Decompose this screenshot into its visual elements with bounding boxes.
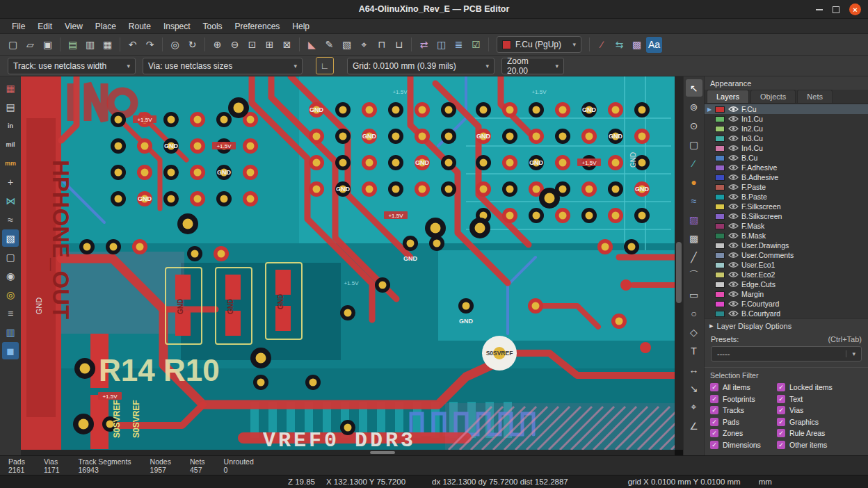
layer-color-swatch[interactable] <box>715 233 725 239</box>
zoom-out-button[interactable]: ⊖ <box>227 37 243 53</box>
layer-color-swatch[interactable] <box>715 311 725 317</box>
layer-row-in1.cu[interactable]: In1.Cu <box>705 114 868 124</box>
minimize-icon[interactable] <box>816 9 823 10</box>
layer-row-user.drawings[interactable]: User.Drawings <box>705 241 868 250</box>
layer-row-f.adhesive[interactable]: F.Adhesive <box>705 163 868 172</box>
footprint-editor-button[interactable]: ◫ <box>433 37 449 53</box>
pad-outlines-button[interactable]: ◉ <box>2 267 19 284</box>
track-width-combo[interactable]: Track: use netclass width▾ <box>8 58 136 74</box>
visibility-eye-icon[interactable] <box>728 291 739 298</box>
layer-color-swatch[interactable] <box>715 136 725 142</box>
checkbox-icon[interactable]: ✓ <box>710 395 718 403</box>
filter-pads[interactable]: ✓Pads <box>710 418 777 426</box>
layer-row-f.mask[interactable]: F.Mask <box>705 221 868 231</box>
layer-color-swatch[interactable] <box>715 184 725 190</box>
tune-length-button[interactable]: ≈ <box>686 192 702 209</box>
layer-row-in2.cu[interactable]: In2.Cu <box>705 124 868 133</box>
checkbox-icon[interactable]: ✓ <box>710 383 718 391</box>
layer-color-swatch[interactable] <box>715 116 725 122</box>
edit-tool-button[interactable]: ✎ <box>321 37 337 53</box>
layer-color-swatch[interactable] <box>715 106 725 113</box>
tab-objects[interactable]: Objects <box>750 90 796 103</box>
zone-display-mode-button[interactable]: ▧ <box>2 229 19 247</box>
zoom-combo[interactable]: Zoom 20.00▾ <box>501 58 564 74</box>
menu-help[interactable]: Help <box>286 20 316 33</box>
layer-row-b.cu[interactable]: B.Cu <box>705 153 868 163</box>
tab-nets[interactable]: Nets <box>797 90 833 103</box>
layer-color-swatch[interactable] <box>715 145 725 152</box>
layer-color-swatch[interactable] <box>715 262 725 268</box>
plot-button[interactable]: ▤ <box>65 37 81 53</box>
layer-color-swatch[interactable] <box>715 282 725 288</box>
horizontal-scrollbar[interactable] <box>21 450 675 455</box>
filter-tracks[interactable]: ✓Tracks <box>710 406 777 414</box>
layer-row-margin[interactable]: Margin <box>705 289 868 299</box>
tab-layers[interactable]: Layers <box>707 90 749 103</box>
visibility-eye-icon[interactable] <box>728 174 739 181</box>
update-pcb-button[interactable]: ⇄ <box>416 37 432 53</box>
draw-polygon-button[interactable]: ◇ <box>686 323 702 341</box>
via-outlines-button[interactable]: ◎ <box>2 286 19 303</box>
layer-color-swatch[interactable] <box>715 301 725 307</box>
visibility-eye-icon[interactable] <box>728 164 739 171</box>
checkbox-icon[interactable]: ✓ <box>710 441 718 449</box>
menu-view[interactable]: View <box>58 20 89 33</box>
visibility-eye-icon[interactable] <box>728 145 739 152</box>
draw-rect-button[interactable]: ▭ <box>686 286 702 303</box>
visibility-eye-icon[interactable] <box>728 106 739 113</box>
maximize-icon[interactable] <box>833 6 839 13</box>
filter-footprints[interactable]: ✓Footprints <box>710 395 777 403</box>
ratsnest-visibility-button[interactable]: ⋈ <box>2 192 19 209</box>
via-size-combo[interactable]: Via: use netclass sizes▾ <box>143 58 303 74</box>
zone-outlines-button[interactable]: ▢ <box>2 248 19 266</box>
undo-button[interactable]: ↶ <box>124 37 140 53</box>
net-inspector-button[interactable]: ≣ <box>451 37 467 53</box>
eraser-button[interactable]: ◣ <box>304 37 320 53</box>
layer-color-swatch[interactable] <box>715 223 725 229</box>
layer-color-swatch[interactable] <box>715 291 725 298</box>
visibility-eye-icon[interactable] <box>728 242 739 249</box>
visibility-eye-icon[interactable] <box>728 232 739 239</box>
titlebar[interactable]: A64-OlinuXino_Rev_E — PCB Editor × <box>0 0 868 19</box>
layer-pair-button[interactable]: ∕ <box>594 37 610 53</box>
checkbox-icon[interactable]: ✓ <box>710 429 718 437</box>
pcb-canvas[interactable]: GNDGNDGNDGNDGNDGNDGNDGNDGNDGNDGNDGNDGNDG… <box>21 76 675 450</box>
menu-place[interactable]: Place <box>89 20 122 33</box>
draw-arc-button[interactable]: ⌒ <box>686 267 702 284</box>
add-via-button[interactable]: ● <box>686 173 702 190</box>
visibility-eye-icon[interactable] <box>728 281 739 288</box>
find-button[interactable]: ◎ <box>167 37 183 53</box>
filter-other-items[interactable]: ✓Other items <box>777 441 862 449</box>
visibility-eye-icon[interactable] <box>728 222 739 229</box>
save-board-button[interactable]: ▣ <box>40 37 56 53</box>
add-zone-button[interactable]: ▨ <box>686 211 702 228</box>
add-leader-button[interactable]: ↘ <box>686 380 702 397</box>
layer-display-options[interactable]: ▸ Layer Display Options <box>705 318 868 332</box>
checkbox-icon[interactable]: ✓ <box>777 383 785 391</box>
filter-dimensions[interactable]: ✓Dimensions <box>710 441 777 449</box>
dim-inactive-layers-button[interactable]: ▥ <box>2 323 19 341</box>
layer-row-f.courtyard[interactable]: F.Courtyard <box>705 299 868 309</box>
menu-edit[interactable]: Edit <box>31 20 58 33</box>
add-dimension-button[interactable]: ↔ <box>686 361 702 378</box>
measure-button[interactable]: ∠ <box>686 417 702 434</box>
menu-tools[interactable]: Tools <box>197 20 229 33</box>
layer-row-b.silkscreen[interactable]: B.Silkscreen <box>705 211 868 221</box>
layer-color-swatch[interactable] <box>715 126 725 132</box>
menu-file[interactable]: File <box>6 20 31 33</box>
checkbox-icon[interactable]: ✓ <box>710 418 718 426</box>
layer-row-b.mask[interactable]: B.Mask <box>705 231 868 241</box>
text-variables-button[interactable]: Aa <box>646 37 662 53</box>
checkbox-icon[interactable]: ✓ <box>777 395 785 403</box>
grid-combo[interactable]: Grid: 0.0100 mm (0.39 mils)▾ <box>347 58 495 74</box>
visibility-eye-icon[interactable] <box>728 193 739 200</box>
checkbox-icon[interactable]: ✓ <box>777 429 785 437</box>
cursor-shape-button[interactable]: + <box>2 173 19 190</box>
select-tool-button[interactable]: ↖ <box>686 79 702 97</box>
vertical-scrollbar-thumb[interactable] <box>676 242 682 303</box>
layer-row-f.cu[interactable]: ▶F.Cu <box>705 104 868 114</box>
swap-layers-button[interactable]: ⇆ <box>611 37 627 53</box>
filter-all-items[interactable]: ✓All items <box>710 383 777 391</box>
zoom-selection-button[interactable]: ⊠ <box>279 37 295 53</box>
layer-color-swatch[interactable] <box>715 272 725 278</box>
